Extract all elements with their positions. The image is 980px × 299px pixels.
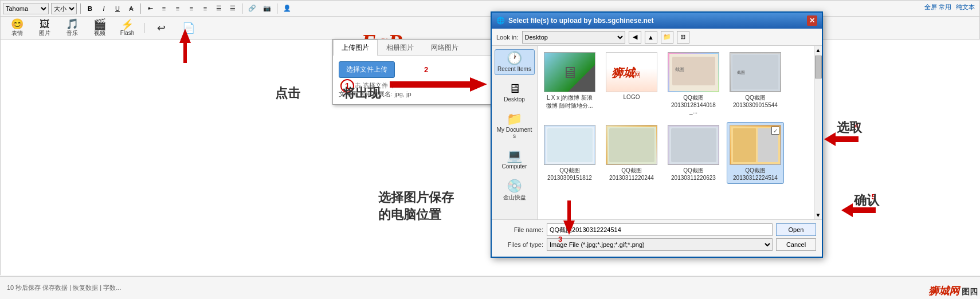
file-name-logo: LOGO — [624, 94, 640, 100]
toolbar-row2: 😊 表情 🖼 图片 🎵 音乐 🎬 视频 ⚡ Flash ↩ 📄 — [1, 17, 979, 40]
file-name-qq3: QQ截图20130309151812 — [547, 167, 592, 181]
file-name-selected: QQ截图20130312224514 — [733, 167, 778, 181]
file-item-qq2[interactable]: 截图 QQ截图20130309015544 — [727, 49, 784, 117]
file-name-qq5: QQ截图20130311220623 — [671, 167, 716, 181]
upload-popup: 上传图片 相册图片 网络图片 选择文件上传 💡 点击 选择文件 中 文件需 可用… — [332, 39, 493, 105]
filename-row: File name: Open — [497, 223, 816, 236]
file-name-qq2: QQ截图20130309015544 — [733, 94, 778, 108]
file-item-weibo[interactable]: 🖥 L X x j的微博 新浪微博 随时随地分... — [541, 49, 598, 117]
filename-label: File name: — [497, 226, 543, 233]
file-grid[interactable]: 🖥 L X x j的微博 新浪微博 随时随地分... 狮城 网 LOGO — [538, 46, 814, 219]
flash-btn[interactable]: ⚡ Flash — [115, 18, 139, 38]
filename-input[interactable] — [547, 223, 773, 236]
file-item-qq1[interactable]: 截图 QQ截图20130128144018_... — [665, 49, 722, 117]
upload-body: 选择文件上传 💡 点击 选择文件 中 文件需 可用扩展名: jpg, jp — [333, 56, 492, 104]
nav-view-btn[interactable]: ⊞ — [677, 31, 689, 44]
dialog-titlebar: 🌐 Select file(s) to upload by bbs.sgchin… — [492, 13, 822, 29]
flash-label: Flash — [120, 30, 134, 36]
scroll-up-btn[interactable]: ▲ — [814, 46, 822, 54]
desktop-icon: 🖥 — [508, 82, 521, 95]
bold-btn[interactable]: B — [84, 3, 96, 14]
image-label: 图片 — [39, 29, 50, 37]
video-btn[interactable]: 🎬 视频 — [88, 18, 112, 38]
sidebar-documents[interactable]: 📁 My Documents — [495, 110, 535, 142]
tab-network[interactable]: 网络图片 — [422, 40, 467, 56]
sidebar-computer[interactable]: 💻 Computer — [495, 147, 535, 172]
file-name-qq4: QQ截图20130311220244 — [609, 167, 654, 181]
dialog-browser-icon: 🌐 — [496, 17, 505, 25]
align-justify-btn[interactable]: ≡ — [199, 3, 211, 14]
size-select[interactable]: 大小 — [51, 3, 77, 14]
recent-label: Recent Items — [497, 66, 531, 72]
file-item-qq3[interactable]: QQ截图20130309151812 — [541, 122, 598, 184]
video-icon: 🎬 — [93, 19, 106, 29]
underline-btn[interactable]: U — [112, 3, 123, 14]
strikethrough-btn[interactable]: A — [126, 3, 137, 14]
dialog-main: 🕐 Recent Items 🖥 Desktop 📁 My Documents … — [492, 46, 822, 219]
svg-rect-15 — [733, 128, 756, 162]
cancel-btn[interactable]: Cancel — [776, 238, 816, 251]
file-item-qq-selected[interactable]: ✓ QQ截图20130312224514 — [727, 122, 784, 184]
italic-btn[interactable]: I — [98, 3, 109, 14]
align-center-btn[interactable]: ≡ — [172, 3, 183, 14]
desktop-label: Desktop — [504, 96, 525, 103]
emoji-btn[interactable]: 😊 表情 — [5, 18, 29, 38]
svg-rect-11 — [609, 128, 654, 162]
music-btn[interactable]: 🎵 音乐 — [60, 18, 84, 38]
scroll-down-btn[interactable]: ▼ — [814, 211, 822, 219]
upload-tabs: 上传图片 相册图片 网络图片 — [333, 40, 492, 56]
video-label: 视频 — [94, 29, 105, 37]
file-thumb-logo: 狮城 网 — [606, 52, 657, 92]
nav-up-btn[interactable]: ▲ — [645, 31, 657, 44]
tab-upload[interactable]: 上传图片 — [333, 40, 378, 56]
sidebar-desktop[interactable]: 🖥 Desktop — [495, 80, 535, 105]
list2-btn[interactable]: ☰ — [227, 3, 238, 14]
plaintext-link[interactable]: 纯文本 — [956, 3, 975, 11]
nav-back-btn[interactable]: ◀ — [629, 31, 641, 44]
file-item-logo[interactable]: 狮城 网 LOGO — [603, 49, 660, 117]
open-btn[interactable]: Open — [776, 223, 816, 236]
link-btn[interactable]: 🔗 — [246, 3, 258, 14]
flash-icon: ⚡ — [121, 19, 134, 30]
dialog-toolbar: Look in: Desktop ◀ ▲ 📁 ⊞ — [492, 29, 822, 46]
toolbar-row1: Tahoma 大小 B I U A ⇤ ≡ ≡ ≡ ≡ ☰ ☰ 🔗 📷 👤 — [1, 1, 979, 17]
sidebar-recent-items[interactable]: 🕐 Recent Items — [495, 49, 535, 75]
source-icon: 📄 — [182, 23, 195, 33]
tab-album[interactable]: 相册图片 — [378, 40, 422, 56]
svg-rect-13 — [671, 128, 716, 162]
filetype-select[interactable]: Image File (*.jpg;*.jpeg;*.gif;*.png) — [547, 238, 773, 251]
kuaipan-label: 金山快盘 — [503, 194, 526, 202]
file-dialog: 🌐 Select file(s) to upload by bbs.sgchin… — [491, 11, 823, 258]
dialog-scrollbar[interactable]: ▲ ▼ — [814, 46, 822, 219]
user-btn[interactable]: 👤 — [281, 3, 293, 14]
separator4 — [277, 3, 277, 14]
select-file-btn[interactable]: 选择文件上传 — [339, 61, 395, 78]
font-select[interactable]: Tahoma — [3, 3, 49, 14]
scrollbar-thumb[interactable] — [815, 56, 822, 78]
music-label: 音乐 — [66, 29, 78, 37]
nav-newfolder-btn[interactable]: 📁 — [661, 31, 673, 44]
source-btn[interactable]: 📄 — [177, 18, 201, 38]
undo-btn[interactable]: ↩ — [149, 18, 173, 38]
file-name-weibo: L X x j的微博 新浪微博 随时随地分... — [546, 94, 593, 110]
file-thumb-qq1: 截图 — [668, 52, 719, 92]
image-btn[interactable]: 🖼 图片 — [33, 18, 57, 38]
separator3 — [242, 3, 242, 14]
file-item-qq4[interactable]: QQ截图20130311220244 — [603, 122, 660, 184]
file-item-qq5[interactable]: QQ截图20130311220623 — [665, 122, 722, 184]
selected-check: ✓ — [771, 127, 779, 135]
img-btn[interactable]: 📷 — [261, 3, 273, 14]
indent-btn[interactable]: ⇤ — [144, 3, 156, 14]
align-right-btn[interactable]: ≡ — [186, 3, 197, 14]
lookin-select[interactable]: Desktop — [522, 31, 625, 44]
upload-hint: 💡 点击 选择文件 中 文件需 可用扩展名: jpg, jp — [339, 81, 487, 99]
fullscreen-link[interactable]: 全屏 常用 — [924, 3, 951, 11]
separator — [80, 3, 81, 14]
dialog-close-btn[interactable]: ✕ — [807, 15, 817, 26]
sidebar-kuaipan[interactable]: 💿 金山快盘 — [495, 177, 535, 204]
svg-rect-9 — [547, 128, 593, 162]
align-left-btn[interactable]: ≡ — [158, 3, 170, 14]
file-thumb-qq5 — [668, 125, 719, 165]
list-btn[interactable]: ☰ — [213, 3, 225, 14]
svg-text:截图: 截图 — [675, 67, 684, 72]
